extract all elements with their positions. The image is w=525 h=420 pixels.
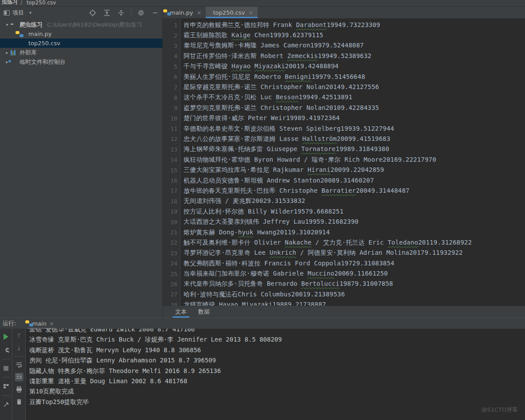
csv-row[interactable]: 22 触不可及奥利维·那卡什 Olivier Nakache / 艾力克·托兰达… [163, 237, 525, 248]
prev-occurrence-icon[interactable]: ↑ [15, 331, 24, 340]
close-icon[interactable]: × [248, 9, 253, 16]
csv-row[interactable]: 25 当幸福来敲门加布里尔·穆奇诺 Gabriele Muccino20069.… [163, 268, 525, 279]
line-number: 22 [163, 239, 177, 246]
csv-row[interactable]: 15 三傻大闹宝莱坞拉库马·希拉尼 Rajkumar Hirani20099.2… [163, 165, 525, 175]
csv-row[interactable]: 27 哈利·波特与魔法石Chris Columbus20019.21389536 [163, 289, 525, 299]
csv-line-text: 泰坦尼克号詹姆斯·卡梅隆 James Cameron19979.52448087 [184, 42, 364, 50]
line-number: 11 [163, 125, 177, 132]
csv-row[interactable]: 2 霸王别姬陈凯歌 Kaige Chen19939.62379115 [163, 30, 525, 40]
csv-row[interactable]: 24 教父弗朗西斯·福特·科波拉 Francis Ford Coppola197… [163, 258, 525, 268]
tree-item-label: top250.csv [28, 40, 60, 47]
line-number: 28 [163, 302, 177, 306]
line-number: 6 [163, 74, 177, 80]
close-icon[interactable]: × [197, 9, 202, 16]
pin-tab-icon[interactable] [2, 400, 11, 409]
csv-line-text: 龙猫宫崎骏 Hayao Miyazaki19889.21738887 [184, 301, 326, 306]
csv-row[interactable]: 14 疯狂动物城拜伦·霍华德 Byron Howard / 瑞奇·摩尔 Rich… [163, 155, 525, 165]
console-line: 第10页爬取完成 [29, 386, 525, 397]
csv-row[interactable]: 9 盗梦空间克里斯托弗·诺兰 Christopher Nolan20109.42… [163, 103, 525, 113]
csv-row[interactable]: 4 阿甘正传罗伯特·泽米吉斯 Robert Zemeckis19949.5238… [163, 51, 525, 61]
csv-line-text: 哈利·波特与魔法石Chris Columbus20019.21389536 [184, 291, 345, 299]
soft-wrap-icon[interactable] [15, 360, 24, 369]
watermark: @51CTO博客 [481, 406, 518, 414]
tab-label: main.py [170, 9, 193, 16]
run-console-output[interactable]: 血钻 爱德华·兹威克 Edward Zwick 2006 8.7 417166冰… [26, 329, 525, 420]
csv-line-text: 末代皇帝贝纳尔多·贝托鲁奇 Bernardo Bertolucci19879.3… [184, 280, 393, 288]
csv-row[interactable]: 12 忠犬八公的故事莱塞·霍尔斯道姆 Lasse Hallström20099.… [163, 134, 525, 144]
project-tree-item[interactable]: ▸ 临时文件和控制台 [0, 57, 162, 66]
csv-row[interactable]: 20 大话西游之大圣娶亲刘镇伟 Jeffrey Lau19959.2168239… [163, 217, 525, 227]
chevron-icon[interactable]: ▾ [4, 22, 11, 27]
run-tab-main[interactable]: main × [27, 318, 55, 329]
csv-line-text: 控方证人比利·怀尔德 Billy Wilder19579.6688251 [184, 208, 344, 216]
csv-line-text: 当幸福来敲门加布里尔·穆奇诺 Gabriele Muccino20069.116… [184, 270, 388, 278]
line-number: 20 [163, 219, 177, 226]
console-line: 魂断蓝桥 茂文·勒鲁瓦 Mervyn LeRoy 1940 8.8 306856 [29, 345, 525, 355]
csv-row[interactable]: 21 熔炉黄东赫 Dong-hyuk Hwang20119.31020914 [163, 227, 525, 237]
expand-all-icon[interactable] [102, 8, 111, 17]
project-tree-item[interactable]: ▾ 爬虫练习 C:\Users\86182\Desktop\爬虫练习 [0, 20, 162, 29]
csv-row[interactable]: 8 这个杀手不太冷吕克·贝松 Luc Besson19949.42513891 [163, 93, 525, 103]
close-icon[interactable]: × [49, 320, 54, 327]
project-tree-item[interactable]: top250.csv [0, 39, 162, 48]
project-tree-item[interactable]: main.py [0, 29, 162, 39]
line-number: 23 [163, 250, 177, 257]
project-tree-item[interactable]: ▸ 外部库 [0, 48, 162, 57]
csv-row[interactable]: 17 放牛班的春天克里斯托夫·巴拉蒂 Christophe Barratier2… [163, 186, 525, 196]
tab-text-view[interactable]: 文本 [175, 306, 187, 318]
csv-line-text: 熔炉黄东赫 Dong-hyuk Hwang20119.31020914 [184, 229, 330, 237]
tree-item-label: 外部库 [20, 49, 37, 57]
run-panel-header: 运行: main × [0, 318, 525, 329]
rerun-button[interactable] [2, 332, 11, 341]
csv-row[interactable]: 13 海上钢琴师朱塞佩·托纳多雷 Giuseppe Tornatore19989… [163, 144, 525, 155]
csv-line-text: 霸王别姬陈凯歌 Kaige Chen19939.62379115 [184, 31, 323, 39]
hide-panel-icon[interactable] [151, 8, 160, 17]
line-number: 10 [163, 115, 177, 122]
csv-row[interactable]: 6 美丽人生罗伯托·贝尼尼 Roberto Benigni19979.51456… [163, 72, 525, 82]
csv-row[interactable]: 18 无间道刘伟强 / 麦兆辉20029.31533832 [163, 196, 525, 206]
line-number: 4 [163, 53, 177, 59]
csv-row[interactable]: 7 星际穿越克里斯托弗·诺兰 Christopher Nolan20149.42… [163, 82, 525, 92]
breadcrumb-file[interactable]: top250.csv [27, 0, 56, 6]
csv-row[interactable]: 1 肖申克的救赎弗兰克·德拉邦特 Frank Darabont19949.732… [163, 20, 525, 30]
stop-button[interactable] [2, 364, 11, 373]
csv-line-text: 星际穿越克里斯托弗·诺兰 Christopher Nolan20149.4212… [184, 83, 379, 91]
line-number: 18 [163, 198, 177, 205]
line-number: 7 [163, 84, 177, 91]
csv-line-text: 千与千寻宫崎骏 Hayao Miyazaki20019.42488894 [184, 62, 339, 70]
csv-row[interactable]: 23 寻梦环游记李·昂克里奇 Lee Unkrich / 阿德里安·莫利纳 Ad… [163, 248, 525, 258]
restore-layout-icon[interactable] [2, 382, 11, 391]
clear-console-icon[interactable] [15, 397, 24, 406]
csv-row[interactable]: 3 泰坦尼克号詹姆斯·卡梅隆 James Cameron19979.524480… [163, 41, 525, 51]
print-icon[interactable] [15, 385, 24, 394]
csv-row[interactable]: 10 楚门的世界彼得·威尔 Peter Weir19989.41972364 [163, 113, 525, 124]
line-number: 8 [163, 94, 177, 101]
csv-row[interactable]: 11 辛德勒的名单史蒂文·斯皮尔伯格 Steven Spielberg19939… [163, 124, 525, 134]
project-tree: ▾ 爬虫练习 C:\Users\86182\Desktop\爬虫练习 main.… [0, 19, 162, 318]
csv-line-text: 寻梦环游记李·昂克里奇 Lee Unkrich / 阿德里安·莫利纳 Adria… [184, 249, 463, 257]
breadcrumb: 虫练习 / top250.csv [0, 0, 525, 7]
tab-top250-csv[interactable]: top250.csv × [206, 7, 258, 18]
breadcrumb-project[interactable]: 虫练习 [2, 0, 18, 6]
scroll-to-end-icon[interactable] [15, 373, 24, 381]
project-view-selector[interactable]: 项目 ▾ [4, 9, 31, 17]
locate-file-icon[interactable] [88, 8, 97, 17]
collapse-all-icon[interactable] [117, 8, 125, 17]
csv-row[interactable]: 5 千与千寻宫崎骏 Hayao Miyazaki20019.42488894 [163, 62, 525, 72]
csv-row[interactable]: 26 末代皇帝贝纳尔多·贝托鲁奇 Bernardo Bertolucci1987… [163, 279, 525, 289]
csv-row[interactable]: 16 机器人总动员安德鲁·斯坦顿 Andrew Stanton20089.314… [163, 175, 525, 186]
csv-row[interactable]: 28 龙猫宫崎骏 Hayao Miyazaki19889.21738887 [163, 300, 525, 306]
settings-gear-icon[interactable] [137, 8, 145, 17]
csv-line-text: 机器人总动员安德鲁·斯坦顿 Andrew Stanton20089.314602… [184, 177, 374, 185]
console-line: 谍影重重 道格·里曼 Doug Liman 2002 8.6 481768 [29, 376, 525, 386]
csv-row[interactable]: 19 控方证人比利·怀尔德 Billy Wilder19579.6688251 [163, 206, 525, 217]
chevron-icon[interactable]: ▸ [4, 50, 11, 55]
tab-main-py[interactable]: main.py × [163, 7, 206, 18]
settings-wrench-icon[interactable] [2, 346, 11, 354]
csv-editor[interactable]: 1 肖申克的救赎弗兰克·德拉邦特 Frank Darabont19949.732… [163, 19, 525, 306]
line-number: 15 [163, 167, 177, 174]
next-occurrence-icon[interactable]: ↓ [15, 344, 24, 353]
tab-data-view[interactable]: 数据 [198, 306, 210, 318]
console-line: 房间 伦尼·阿伯拉罕森 Lenny Abrahamson 2015 8.7 39… [29, 355, 525, 366]
csv-line-text: 大话西游之大圣娶亲刘镇伟 Jeffrey Lau19959.21682390 [184, 218, 359, 226]
